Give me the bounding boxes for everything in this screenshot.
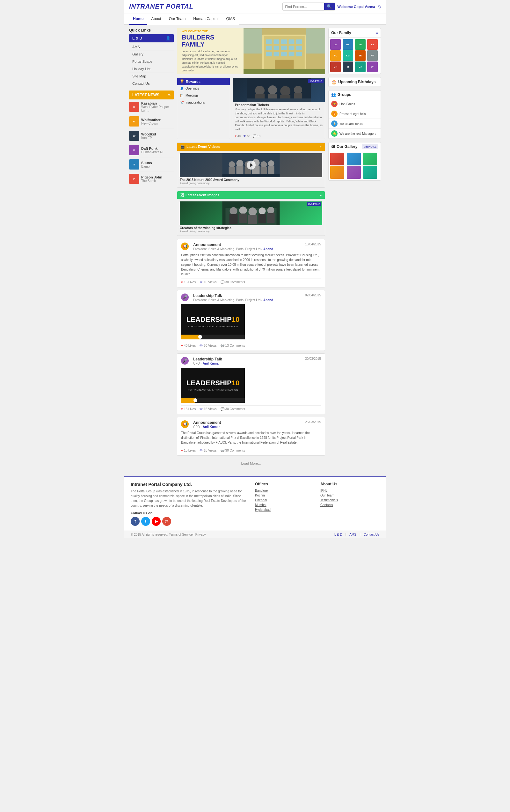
sidebar-link-contact-us[interactable]: Contact Us [129,80,174,87]
gallery-thumb-6[interactable] [363,166,377,179]
sidebar-link-portal-scape[interactable]: Portal Scape [129,58,174,65]
group-item-praesent[interactable]: 🔥 Praesent eget felis [329,109,380,119]
latest-news-title: LATEST NEWS » [129,90,174,99]
nav-our-team[interactable]: Our Team [165,13,189,25]
family-avatar-7[interactable]: TR [355,50,366,61]
sidebar-link-site-map[interactable]: Site Map [129,72,174,80]
event-images-section: 🖼 Latest Event Images » [177,191,325,236]
person-icon: 👤 [180,87,183,90]
facebook-button[interactable]: f [131,517,140,526]
family-avatar-4[interactable]: RS [367,39,378,50]
about-testimonials[interactable]: Testimonials [320,498,379,502]
load-more-button[interactable]: Load More... [177,458,325,468]
footer: Intranet Portal Company Ltd. The Portal … [124,476,386,531]
footer-ld-link[interactable]: L & D [334,533,342,536]
gallery-thumb-1[interactable] [330,153,344,165]
family-avatar-10[interactable]: YI [343,61,353,72]
heart-icon: ♥ [181,281,183,284]
rew-item-inaugurations[interactable]: ✂️ Inaugurations [177,99,230,106]
clipboard-icon: 📋 [180,94,183,97]
gallery-view-all[interactable]: VIEW ALL [362,144,378,149]
post-title: Leadership Talk [193,293,273,298]
family-avatar-5[interactable]: PL [330,50,341,61]
group-item-managers[interactable]: ⭐ We are the real Managers [329,129,380,139]
news-item-daft-punk[interactable]: D Daft PunkHuman After All [129,143,174,157]
search-bar[interactable]: 🔍 [282,3,335,10]
main-content: Quick Links L & D 👤 AMS Gallery Portal S… [124,25,386,472]
twitter-button[interactable]: t [141,517,150,526]
our-family-section: Our Family » JD MK AB RS PL KM TR NW GH … [328,28,381,74]
svg-rect-4 [274,39,280,44]
office-mumbai[interactable]: Mumbai [255,503,314,507]
chat-icon: 💬 [221,449,224,452]
presentation-stats: ♥ 40 👁 50 💬 13 [233,133,325,139]
sidebar-ld-item[interactable]: L & D 👤 [129,34,174,42]
sidebar-link-gallery[interactable]: Gallery [129,51,174,58]
stat-views: 👁 16 Views [200,449,217,452]
event-video-item[interactable]: The 2015 Natura 2000 Award Ceremony Awar… [180,153,322,185]
about-contacts[interactable]: Contacts [320,503,379,507]
rew-item-openings[interactable]: 👤 Openings [177,85,230,92]
sidebar-link-holiday-list[interactable]: Holiday List [129,65,174,72]
news-item-suuns[interactable]: S SuunsBambi [129,157,174,172]
news-item-kasabian[interactable]: K KasabianWest Ryder Pauper Lun... [129,99,174,114]
video-camera-icon: 🎬 [180,145,185,149]
news-item-woodkid[interactable]: W WoodkidIron EP [129,129,174,143]
svg-rect-62 [181,335,200,339]
family-avatar-2[interactable]: MK [343,39,353,50]
nav-about[interactable]: About [147,13,165,25]
family-avatar-9[interactable]: GH [330,61,341,72]
rew-item-meetings[interactable]: 📋 Meetings [177,92,230,99]
office-hyderabad[interactable]: Hyderabad [255,508,314,512]
post-role: President, Sales & Marketing Portal Proj… [193,298,273,302]
about-our-team[interactable]: Our Team [320,494,379,497]
gallery-thumb-3[interactable] [363,153,377,165]
post-stats: ♥ 15 Likes 👁 16 Views 💬 30 Comments [181,447,321,452]
footer-ams-link[interactable]: AMS [349,533,357,536]
heart-icon: ♥ [181,344,183,347]
group-item-lion-faces[interactable]: 🦁 Lion Faces [329,99,380,109]
post-title: Leadership Talk [193,357,222,361]
group-item-icecream[interactable]: 🍦 Ice-cream lovers [329,119,380,129]
logout-icon[interactable]: ⎋ [378,4,381,9]
chat-icon: 💬 [221,281,224,284]
nav-home[interactable]: Home [129,13,147,25]
event-image-item[interactable]: 18/04/2015 Creators of the winning strat… [180,201,322,233]
family-avatar-3[interactable]: AB [355,39,366,50]
family-grid: JD MK AB RS PL KM TR NW GH YI OJ UP [329,38,380,74]
offices-title: Offices [255,482,314,486]
footer-bottom-links: L & D | AMS | Contact Us [334,533,379,536]
family-avatar-1[interactable]: JD [330,39,341,50]
sidebar-link-ams[interactable]: AMS [129,44,174,51]
footer-content: Intranet Portal Company Ltd. The Portal … [131,482,379,526]
post-video[interactable]: LEADERSHIP10 PORTAL IN ACTION & TRANSFOR… [181,304,245,339]
office-kochin[interactable]: Kochin [255,494,314,497]
about-iphl[interactable]: IPHL [320,489,379,492]
gallery-thumb-2[interactable] [347,153,361,165]
family-avatar-11[interactable]: OJ [355,61,366,72]
svg-point-52 [249,207,257,216]
office-chennai[interactable]: Chennai [255,498,314,502]
svg-text:LEADERSHIP10: LEADERSHIP10 [187,316,239,323]
office-banglore[interactable]: Banglore [255,489,314,492]
news-item-wolfmother[interactable]: W WolfmotherNew Crown [129,114,174,129]
nav-human-capital[interactable]: Human Capital [189,13,222,25]
email-button[interactable]: @ [162,517,171,526]
news-item-pigeon-john[interactable]: P Pigeon JohnThe Bomb [129,172,174,186]
family-avatar-6[interactable]: KM [343,50,353,61]
search-input[interactable] [283,3,324,10]
family-avatar-8[interactable]: NW [367,50,378,61]
play-button[interactable] [247,161,256,170]
event-image-subtitle: Award giving ceremony [180,230,322,233]
family-avatar-12[interactable]: UP [367,61,378,72]
gallery-thumb-5[interactable] [347,166,361,179]
footer-contact-link[interactable]: Contact Us [364,533,379,536]
pres-likes: ♥ 40 [235,135,240,138]
post-video-2[interactable]: LEADERSHIP10 PORTAL IN ACTION & TRANSFOR… [181,368,245,403]
search-button[interactable]: 🔍 [324,3,335,10]
nav-qms[interactable]: QMS [223,13,239,25]
our-family-more[interactable]: » [375,30,378,35]
youtube-button[interactable]: ▶ [152,517,161,526]
gallery-thumb-4[interactable] [330,166,344,179]
svg-point-48 [230,207,237,215]
